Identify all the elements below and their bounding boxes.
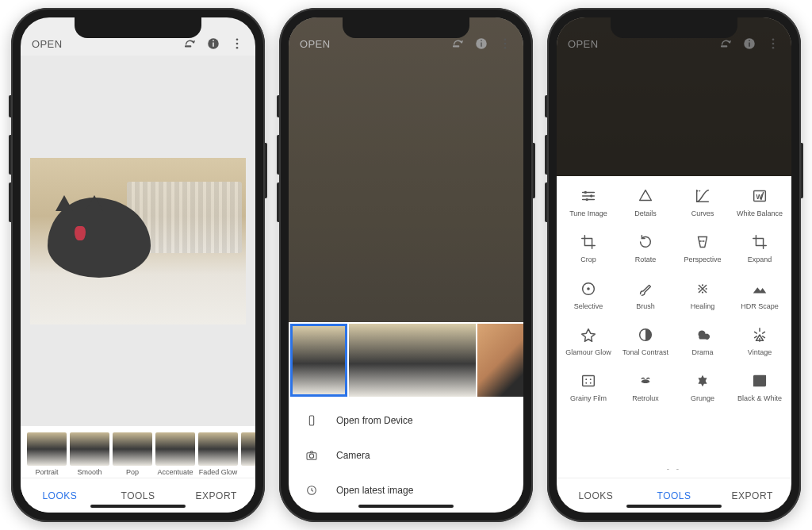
device-notch <box>611 17 737 38</box>
open-button[interactable]: OPEN <box>32 38 62 50</box>
image-canvas[interactable] <box>21 56 255 426</box>
svg-point-24 <box>772 47 775 49</box>
svg-rect-3 <box>213 40 214 42</box>
svg-point-36 <box>702 291 703 293</box>
tool-crop[interactable]: Crop <box>560 232 617 265</box>
look-accentuate[interactable]: Accentuate <box>155 432 195 476</box>
tool-retrolux[interactable]: Retrolux <box>617 371 674 404</box>
tool-expand[interactable]: Expand <box>731 232 788 265</box>
svg-point-42 <box>590 379 592 381</box>
svg-point-35 <box>702 284 703 286</box>
svg-rect-40 <box>583 376 595 386</box>
svg-point-23 <box>772 43 775 45</box>
tool-brush[interactable]: Brush <box>617 278 674 312</box>
svg-point-38 <box>705 288 707 290</box>
svg-rect-10 <box>481 40 482 42</box>
svg-point-43 <box>585 382 587 384</box>
phone-mockup-tools: OPEN Tune Image Details <box>547 8 801 522</box>
svg-point-37 <box>698 288 699 290</box>
phone-mockup-looks: OPEN Portrait Smooth Pop Accentuate Fade <box>11 8 265 522</box>
tool-selective[interactable]: Selective <box>560 278 617 312</box>
tools-grid: Tune Image Details Curves W White Balanc… <box>557 186 791 463</box>
svg-rect-2 <box>213 43 214 47</box>
svg-point-41 <box>585 379 587 381</box>
svg-point-12 <box>504 43 507 45</box>
undo-stack-icon[interactable] <box>178 36 201 51</box>
info-icon[interactable] <box>469 36 493 51</box>
tool-black-white[interactable]: Black & White <box>731 371 788 404</box>
camera-icon <box>304 449 319 462</box>
look-portrait[interactable]: Portrait <box>27 432 67 476</box>
looks-strip[interactable]: Portrait Smooth Pop Accentuate Faded Glo… <box>21 426 255 478</box>
tool-hdr-scape[interactable]: HDR Scape <box>731 278 788 312</box>
svg-point-34 <box>587 287 590 290</box>
more-icon[interactable] <box>225 36 249 51</box>
svg-point-29 <box>699 190 700 192</box>
open-sheet: Open from Device Camera Open latest imag… <box>289 322 523 513</box>
svg-point-22 <box>772 38 775 40</box>
svg-point-13 <box>504 47 507 49</box>
tool-grainy-film[interactable]: Grainy Film <box>560 371 617 404</box>
tool-rotate[interactable]: Rotate <box>617 232 674 265</box>
svg-point-25 <box>584 191 587 194</box>
tool-glamour-glow[interactable]: Glamour Glow <box>560 325 617 358</box>
undo-stack-icon[interactable] <box>446 36 469 51</box>
open-button[interactable]: OPEN <box>300 38 330 50</box>
tool-healing[interactable]: Healing <box>674 278 731 312</box>
svg-point-4 <box>236 38 239 40</box>
tab-looks[interactable]: LOOKS <box>21 478 99 513</box>
svg-rect-21 <box>749 40 750 42</box>
tool-drama[interactable]: Drama <box>674 325 731 358</box>
svg-point-11 <box>504 38 507 40</box>
home-indicator[interactable] <box>626 505 722 508</box>
tool-vintage[interactable]: Vintage <box>731 325 788 358</box>
tab-looks[interactable]: LOOKS <box>557 478 635 513</box>
tool-tonal-contrast[interactable]: Tonal Contrast <box>617 325 674 358</box>
svg-rect-9 <box>481 43 482 47</box>
look-faded-glow[interactable]: Faded Glow <box>198 432 238 476</box>
clock-icon <box>304 484 319 497</box>
svg-point-5 <box>236 43 239 45</box>
open-latest[interactable]: Open latest image <box>289 473 523 508</box>
tool-details[interactable]: Details <box>617 186 674 219</box>
svg-point-44 <box>590 382 592 384</box>
look-smooth[interactable]: Smooth <box>70 432 109 476</box>
tool-tune-image[interactable]: Tune Image <box>560 186 617 219</box>
more-indicator: - - <box>557 463 791 478</box>
svg-rect-14 <box>309 416 313 425</box>
look-pop[interactable]: Pop <box>113 432 152 476</box>
undo-stack-icon[interactable] <box>714 36 737 51</box>
home-indicator[interactable] <box>90 505 186 508</box>
svg-rect-20 <box>749 43 750 47</box>
tool-curves[interactable]: Curves <box>674 186 731 219</box>
svg-rect-32 <box>756 239 763 246</box>
tool-perspective[interactable]: Perspective <box>674 232 731 265</box>
info-icon[interactable] <box>737 36 761 51</box>
svg-rect-7 <box>453 45 459 47</box>
tool-white-balance[interactable]: W White Balance <box>731 186 788 219</box>
tools-sheet: Tune Image Details Curves W White Balanc… <box>557 176 791 478</box>
svg-rect-0 <box>185 45 191 47</box>
look-more[interactable]: M <box>241 432 255 476</box>
info-icon[interactable] <box>201 36 225 51</box>
tab-export[interactable]: EXPORT <box>177 478 255 513</box>
thumb-2[interactable] <box>349 324 476 397</box>
svg-point-27 <box>586 198 588 201</box>
open-camera[interactable]: Camera <box>289 438 523 473</box>
device-notch <box>75 17 201 38</box>
home-indicator[interactable] <box>358 505 454 508</box>
open-from-device[interactable]: Open from Device <box>289 403 523 438</box>
svg-point-16 <box>309 454 313 458</box>
open-button[interactable]: OPEN <box>568 38 598 50</box>
tab-export[interactable]: EXPORT <box>713 478 791 513</box>
thumb-3[interactable] <box>477 324 523 397</box>
tool-grunge[interactable]: Grunge <box>674 371 731 404</box>
recent-thumbs[interactable] <box>289 322 523 398</box>
svg-point-26 <box>590 194 592 197</box>
svg-point-6 <box>236 47 239 49</box>
edited-photo <box>30 158 246 325</box>
device-icon <box>304 414 319 427</box>
thumb-selected[interactable] <box>290 324 347 397</box>
more-icon[interactable] <box>761 36 785 51</box>
more-icon[interactable] <box>493 36 517 51</box>
